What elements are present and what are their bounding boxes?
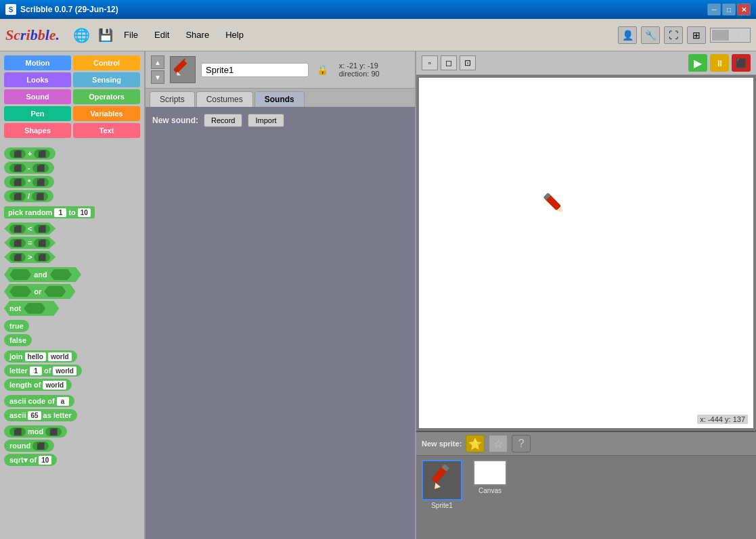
eq-icon: = <box>28 239 32 247</box>
block-add[interactable]: ⬛ + ⬛ <box>4 147 55 160</box>
tab-sounds[interactable]: Sounds <box>254 91 305 107</box>
add-icon: + <box>28 149 32 158</box>
block-sqrt[interactable]: sqrt▾ of 10 <box>4 454 57 466</box>
block-mod[interactable]: ⬛ mod ⬛ <box>4 425 67 438</box>
tab-costumes[interactable]: Costumes <box>196 91 253 107</box>
sprites-grid: Sprite1 Canvas <box>416 456 756 539</box>
block-true[interactable]: true <box>4 320 29 332</box>
letter-num[interactable]: 1 <box>30 367 42 375</box>
block-multiply[interactable]: ⬛ * ⬛ <box>4 176 54 188</box>
letter-val[interactable]: world <box>53 367 76 375</box>
block-join[interactable]: join hello world <box>4 350 77 362</box>
user-icon[interactable]: 👤 <box>618 26 637 44</box>
wrench-icon[interactable]: 🔧 <box>641 26 660 44</box>
length-val[interactable]: world <box>43 381 66 390</box>
canvas-label: Canvas <box>479 487 502 494</box>
menu-file[interactable]: File <box>121 28 141 41</box>
layout-btn-2[interactable] <box>730 30 740 41</box>
category-buttons: Motion Control Looks Sensing Sound Opera… <box>0 51 144 142</box>
sqrt-val[interactable]: 10 <box>39 456 51 465</box>
layout-btn-1[interactable] <box>712 30 729 41</box>
import-button[interactable]: Import <box>248 114 284 127</box>
record-button[interactable]: Record <box>204 114 242 127</box>
category-variables[interactable]: Variables <box>73 106 140 121</box>
ascii-as-letter-label: as letter <box>43 411 72 419</box>
window-title: Scribble 0.0.7 (29-Jun-12) <box>20 5 707 14</box>
category-operators[interactable]: Operators <box>73 89 140 104</box>
category-looks[interactable]: Looks <box>4 72 71 87</box>
layout-small[interactable]: ▫ <box>422 55 438 70</box>
letter-of-label: of <box>44 367 51 375</box>
new-sprite-upload-button[interactable]: ? <box>512 435 531 452</box>
category-text[interactable]: Text <box>73 123 140 138</box>
join-label: join <box>9 352 23 360</box>
block-lt[interactable]: ⬛ < ⬛ <box>4 222 55 235</box>
join-val2[interactable]: world <box>48 352 72 361</box>
block-gt[interactable]: ⬛ > ⬛ <box>4 251 55 263</box>
pick-random-from[interactable]: 1 <box>54 208 66 217</box>
fullscreen-icon[interactable]: ⛶ <box>664 26 683 44</box>
block-divide[interactable]: ⬛ / ⬛ <box>4 190 53 202</box>
ascii-code-label: ascii code of <box>9 397 55 405</box>
stage-controls: ▶ ⏸ ⬛ <box>688 54 751 72</box>
join-val1[interactable]: hello <box>25 352 46 361</box>
close-button[interactable]: ✕ <box>737 3 751 16</box>
round-label: round <box>9 442 30 450</box>
category-motion[interactable]: Motion <box>4 55 71 70</box>
tab-scripts[interactable]: Scripts <box>150 91 195 107</box>
sprite-pencil-icon <box>171 57 195 82</box>
false-label: false <box>9 336 26 344</box>
block-not[interactable]: not <box>4 301 59 316</box>
sprite-item-canvas[interactable]: Canvas <box>473 460 507 494</box>
layout-medium[interactable]: ◻ <box>441 55 457 70</box>
menu-edit[interactable]: Edit <box>152 28 172 41</box>
sqrt-of-label: of <box>30 456 37 464</box>
category-control[interactable]: Control <box>73 55 140 70</box>
stop-button[interactable]: ⬛ <box>732 54 751 72</box>
block-false[interactable]: false <box>4 334 32 346</box>
grid-icon[interactable]: ⊞ <box>687 26 706 44</box>
block-length-of[interactable]: length of world <box>4 379 72 391</box>
layout-large[interactable]: ⊡ <box>460 55 476 70</box>
category-shapes[interactable]: Shapes <box>4 123 71 138</box>
globe-icon[interactable]: 🌐 <box>73 27 90 43</box>
true-label: true <box>9 322 24 330</box>
new-sprite-paint-button[interactable]: ⭐ <box>466 435 485 452</box>
pause-button[interactable]: ⏸ <box>710 54 729 72</box>
category-sensing[interactable]: Sensing <box>73 72 140 87</box>
menu-help[interactable]: Help <box>223 28 246 41</box>
ascii-code-val[interactable]: a <box>57 397 69 406</box>
block-ascii-as-letter[interactable]: ascii 65 as letter <box>4 409 77 421</box>
block-subtract[interactable]: ⬛ - ⬛ <box>4 162 54 174</box>
block-letter-of[interactable]: letter 1 of world <box>4 365 82 377</box>
block-or[interactable]: or <box>4 284 75 299</box>
left-panel: Motion Control Looks Sensing Sound Opera… <box>0 51 146 539</box>
maximize-button[interactable]: □ <box>722 3 736 16</box>
sprite-nav-down[interactable]: ▼ <box>151 70 164 84</box>
block-eq[interactable]: ⬛ = ⬛ <box>4 237 55 249</box>
pick-random-to[interactable]: 10 <box>78 208 91 217</box>
block-pick-random[interactable]: pick random 1 to 10 <box>4 206 95 218</box>
sprite-item-sprite1[interactable]: Sprite1 <box>422 460 462 509</box>
category-sound[interactable]: Sound <box>4 89 71 104</box>
sprite-nav: ▲ ▼ <box>151 55 164 84</box>
sprite-name-input[interactable] <box>201 63 309 77</box>
stage-layout-buttons: ▫ ◻ ⊡ <box>422 55 476 70</box>
block-round[interactable]: round ⬛ <box>4 440 54 452</box>
new-sprite-label: New sprite: <box>422 440 462 448</box>
save-icon[interactable]: 💾 <box>98 28 113 43</box>
block-ascii-code-of[interactable]: ascii code of a <box>4 395 74 407</box>
category-pen[interactable]: Pen <box>4 106 71 121</box>
block-and[interactable]: and <box>4 267 81 282</box>
new-sprite-random-button[interactable]: ☆ <box>489 435 508 452</box>
sprite1-icon <box>426 465 458 496</box>
minimize-button[interactable]: ─ <box>707 3 721 16</box>
green-flag-button[interactable]: ▶ <box>688 54 707 72</box>
layout-btn-3[interactable] <box>742 30 749 41</box>
menu-share[interactable]: Share <box>183 28 212 41</box>
sprite-nav-up[interactable]: ▲ <box>151 55 164 69</box>
middle-panel: ▲ ▼ 🔒 x: -21 y: -19 direction: 90 Script… <box>146 51 416 539</box>
ascii-num[interactable]: 65 <box>28 411 41 420</box>
sprite-list-area: New sprite: ⭐ ☆ ? Sprite1 <box>416 431 756 539</box>
mod-label: mod <box>28 427 43 436</box>
